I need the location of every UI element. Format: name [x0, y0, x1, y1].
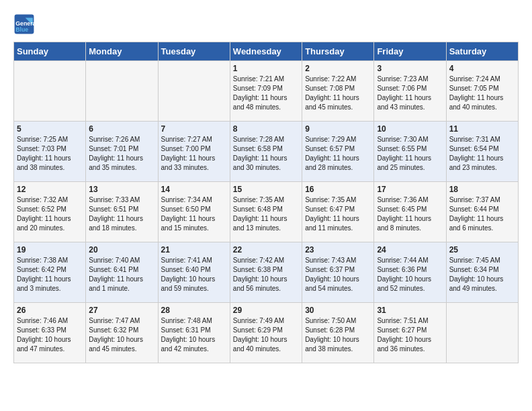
- calendar-cell: 29Sunrise: 7:49 AM Sunset: 6:29 PM Dayli…: [230, 303, 302, 363]
- day-info: Sunrise: 7:26 AM Sunset: 7:01 PM Dayligh…: [89, 135, 154, 173]
- day-info: Sunrise: 7:33 AM Sunset: 6:51 PM Dayligh…: [89, 195, 154, 233]
- calendar-cell: 17Sunrise: 7:36 AM Sunset: 6:45 PM Dayli…: [374, 182, 446, 242]
- day-number: 22: [233, 245, 299, 255]
- calendar-cell: 15Sunrise: 7:35 AM Sunset: 6:48 PM Dayli…: [230, 182, 302, 242]
- calendar-cell: 3Sunrise: 7:23 AM Sunset: 7:06 PM Daylig…: [374, 61, 446, 122]
- calendar-cell: 28Sunrise: 7:48 AM Sunset: 6:31 PM Dayli…: [158, 303, 230, 363]
- calendar-cell: 11Sunrise: 7:31 AM Sunset: 6:54 PM Dayli…: [446, 122, 518, 182]
- calendar-cell: 20Sunrise: 7:40 AM Sunset: 6:41 PM Dayli…: [86, 242, 158, 303]
- day-number: 5: [17, 124, 83, 134]
- day-number: 9: [305, 124, 371, 134]
- day-number: 21: [161, 245, 227, 255]
- header-thursday: Thursday: [302, 42, 374, 61]
- day-info: Sunrise: 7:25 AM Sunset: 7:03 PM Dayligh…: [17, 135, 83, 173]
- day-info: Sunrise: 7:27 AM Sunset: 7:00 PM Dayligh…: [161, 135, 227, 173]
- day-info: Sunrise: 7:43 AM Sunset: 6:37 PM Dayligh…: [305, 256, 371, 293]
- svg-text:General: General: [15, 20, 35, 27]
- day-number: 13: [89, 185, 154, 194]
- day-info: Sunrise: 7:28 AM Sunset: 6:58 PM Dayligh…: [233, 135, 299, 173]
- day-info: Sunrise: 7:31 AM Sunset: 6:54 PM Dayligh…: [449, 135, 515, 173]
- calendar-cell: 13Sunrise: 7:33 AM Sunset: 6:51 PM Dayli…: [86, 182, 158, 242]
- calendar-cell: 2Sunrise: 7:22 AM Sunset: 7:08 PM Daylig…: [302, 61, 374, 122]
- day-info: Sunrise: 7:32 AM Sunset: 6:52 PM Dayligh…: [17, 195, 83, 233]
- day-number: 12: [17, 185, 83, 194]
- day-info: Sunrise: 7:48 AM Sunset: 6:31 PM Dayligh…: [161, 316, 227, 354]
- day-number: 8: [233, 124, 299, 134]
- calendar-cell: [446, 303, 518, 363]
- day-info: Sunrise: 7:38 AM Sunset: 6:42 PM Dayligh…: [17, 256, 83, 293]
- day-info: Sunrise: 7:24 AM Sunset: 7:05 PM Dayligh…: [449, 75, 515, 112]
- day-number: 18: [449, 185, 515, 194]
- calendar-week-row: 12Sunrise: 7:32 AM Sunset: 6:52 PM Dayli…: [14, 182, 519, 242]
- calendar-cell: 26Sunrise: 7:46 AM Sunset: 6:33 PM Dayli…: [14, 303, 86, 363]
- day-number: 29: [233, 306, 299, 315]
- calendar-cell: [86, 61, 158, 122]
- day-number: 24: [377, 245, 443, 255]
- day-info: Sunrise: 7:30 AM Sunset: 6:55 PM Dayligh…: [377, 135, 443, 173]
- calendar-table: SundayMondayTuesdayWednesdayThursdayFrid…: [13, 42, 519, 363]
- day-number: 7: [161, 124, 227, 134]
- calendar-week-row: 5Sunrise: 7:25 AM Sunset: 7:03 PM Daylig…: [14, 122, 519, 182]
- day-number: 16: [305, 185, 371, 194]
- svg-text:Blue: Blue: [15, 26, 28, 33]
- calendar-cell: 21Sunrise: 7:41 AM Sunset: 6:40 PM Dayli…: [158, 242, 230, 303]
- day-number: 17: [377, 185, 443, 194]
- day-number: 6: [89, 124, 154, 134]
- calendar-cell: 7Sunrise: 7:27 AM Sunset: 7:00 PM Daylig…: [158, 122, 230, 182]
- day-info: Sunrise: 7:35 AM Sunset: 6:47 PM Dayligh…: [305, 195, 371, 233]
- day-number: 23: [305, 245, 371, 255]
- day-number: 31: [377, 306, 443, 315]
- calendar-cell: 19Sunrise: 7:38 AM Sunset: 6:42 PM Dayli…: [14, 242, 86, 303]
- calendar-cell: 16Sunrise: 7:35 AM Sunset: 6:47 PM Dayli…: [302, 182, 374, 242]
- day-info: Sunrise: 7:49 AM Sunset: 6:29 PM Dayligh…: [233, 316, 299, 354]
- calendar-cell: 22Sunrise: 7:42 AM Sunset: 6:38 PM Dayli…: [230, 242, 302, 303]
- day-number: 26: [17, 306, 83, 315]
- day-info: Sunrise: 7:46 AM Sunset: 6:33 PM Dayligh…: [17, 316, 83, 354]
- calendar-cell: 10Sunrise: 7:30 AM Sunset: 6:55 PM Dayli…: [374, 122, 446, 182]
- header-sunday: Sunday: [14, 42, 86, 61]
- day-number: 4: [449, 64, 515, 73]
- header-tuesday: Tuesday: [158, 42, 230, 61]
- day-number: 27: [89, 306, 154, 315]
- calendar-header-row: SundayMondayTuesdayWednesdayThursdayFrid…: [14, 42, 519, 61]
- day-number: 19: [17, 245, 83, 255]
- calendar-cell: 25Sunrise: 7:45 AM Sunset: 6:34 PM Dayli…: [446, 242, 518, 303]
- header-friday: Friday: [374, 42, 446, 61]
- calendar-cell: 9Sunrise: 7:29 AM Sunset: 6:57 PM Daylig…: [302, 122, 374, 182]
- day-number: 15: [233, 185, 299, 194]
- day-info: Sunrise: 7:47 AM Sunset: 6:32 PM Dayligh…: [89, 316, 154, 354]
- day-number: 28: [161, 306, 227, 315]
- day-info: Sunrise: 7:23 AM Sunset: 7:06 PM Dayligh…: [377, 75, 443, 112]
- day-number: 2: [305, 64, 371, 73]
- calendar-cell: 4Sunrise: 7:24 AM Sunset: 7:05 PM Daylig…: [446, 61, 518, 122]
- day-number: 3: [377, 64, 443, 73]
- calendar-cell: 23Sunrise: 7:43 AM Sunset: 6:37 PM Dayli…: [302, 242, 374, 303]
- calendar-cell: 5Sunrise: 7:25 AM Sunset: 7:03 PM Daylig…: [14, 122, 86, 182]
- header-wednesday: Wednesday: [230, 42, 302, 61]
- day-info: Sunrise: 7:35 AM Sunset: 6:48 PM Dayligh…: [233, 195, 299, 233]
- logo-icon: General Blue: [13, 13, 35, 35]
- calendar-week-row: 26Sunrise: 7:46 AM Sunset: 6:33 PM Dayli…: [14, 303, 519, 363]
- calendar-cell: 24Sunrise: 7:44 AM Sunset: 6:36 PM Dayli…: [374, 242, 446, 303]
- calendar-cell: 12Sunrise: 7:32 AM Sunset: 6:52 PM Dayli…: [14, 182, 86, 242]
- day-info: Sunrise: 7:44 AM Sunset: 6:36 PM Dayligh…: [377, 256, 443, 293]
- calendar-cell: [14, 61, 86, 122]
- day-info: Sunrise: 7:36 AM Sunset: 6:45 PM Dayligh…: [377, 195, 443, 233]
- day-info: Sunrise: 7:21 AM Sunset: 7:09 PM Dayligh…: [233, 75, 299, 112]
- day-info: Sunrise: 7:29 AM Sunset: 6:57 PM Dayligh…: [305, 135, 371, 173]
- day-number: 30: [305, 306, 371, 315]
- day-info: Sunrise: 7:45 AM Sunset: 6:34 PM Dayligh…: [449, 256, 515, 293]
- day-info: Sunrise: 7:50 AM Sunset: 6:28 PM Dayligh…: [305, 316, 371, 354]
- header-monday: Monday: [86, 42, 158, 61]
- calendar-cell: 14Sunrise: 7:34 AM Sunset: 6:50 PM Dayli…: [158, 182, 230, 242]
- calendar-cell: 1Sunrise: 7:21 AM Sunset: 7:09 PM Daylig…: [230, 61, 302, 122]
- calendar-week-row: 1Sunrise: 7:21 AM Sunset: 7:09 PM Daylig…: [14, 61, 519, 122]
- day-number: 20: [89, 245, 154, 255]
- calendar-cell: 31Sunrise: 7:51 AM Sunset: 6:27 PM Dayli…: [374, 303, 446, 363]
- day-number: 25: [449, 245, 515, 255]
- day-info: Sunrise: 7:37 AM Sunset: 6:44 PM Dayligh…: [449, 195, 515, 233]
- day-info: Sunrise: 7:22 AM Sunset: 7:08 PM Dayligh…: [305, 75, 371, 112]
- calendar-cell: 8Sunrise: 7:28 AM Sunset: 6:58 PM Daylig…: [230, 122, 302, 182]
- day-number: 11: [449, 124, 515, 134]
- calendar-cell: 27Sunrise: 7:47 AM Sunset: 6:32 PM Dayli…: [86, 303, 158, 363]
